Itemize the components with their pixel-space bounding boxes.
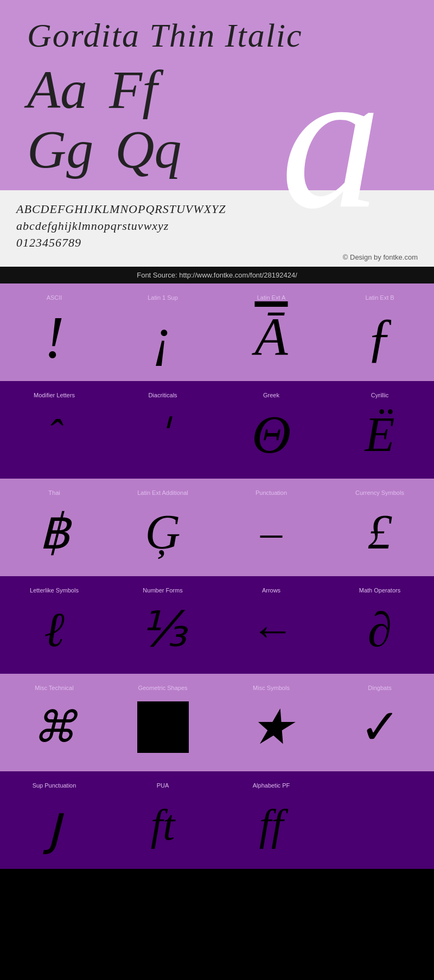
char-cell-greek: Greek Θ — [217, 381, 326, 479]
glyph-latinexta: Ā — [254, 306, 288, 368]
char-cell-misctech: Misc Technical ⌘ — [0, 674, 108, 771]
hero-section: Gordita Thin Italic Aa Ff Gg Qq a — [0, 0, 434, 190]
char-cell-latinextadd: Latin Ext Additional Ģ — [108, 479, 217, 576]
glyph-misctech: ⌘ — [33, 697, 76, 758]
letter-pair-gg: Gg — [27, 120, 93, 179]
char-label-numberforms: Number Forms — [143, 587, 182, 594]
char-cell-thai: Thai ฿ — [0, 479, 108, 576]
char-label-diacriticals: Diacriticals — [148, 392, 177, 398]
glyph-arrows: ← — [250, 599, 293, 660]
dark-section: Font Source: http://www.fontke.com/font/… — [0, 267, 434, 869]
glyph-diacriticals: ˈ — [157, 404, 169, 465]
glyph-alphapf: ff — [259, 794, 283, 855]
char-label-miscsym: Misc Symbols — [253, 685, 290, 691]
glyph-suppunct: ȷ — [47, 794, 62, 855]
char-row-1: ASCII ! Latin 1 Sup ¡ Latin Ext A Ā Lat… — [0, 283, 434, 381]
letter-pair-qq: Qq — [115, 120, 181, 179]
char-label-currency: Currency Symbols — [355, 489, 404, 496]
char-cell-cyrillic: Cyrillic Ё — [326, 381, 434, 479]
char-cell-alphapf: Alphabetic PF ff — [217, 771, 326, 869]
glyph-latin1sup: ¡ — [152, 306, 174, 368]
char-label-latinextb: Latin Ext B — [365, 294, 394, 301]
geo-square — [137, 701, 189, 753]
char-row-5: Misc Technical ⌘ Geometric Shapes Misc S… — [0, 674, 434, 771]
char-label-mathop: Math Operators — [359, 587, 400, 594]
hero-big-letter: a — [281, 49, 381, 228]
glyph-numberforms: ⅓ — [139, 599, 187, 660]
char-label-dingbats: Dingbats — [368, 685, 391, 691]
glyph-greek: Θ — [252, 404, 291, 465]
glyph-mathop: ∂ — [368, 599, 392, 660]
char-cell-currency: Currency Symbols £ — [326, 479, 434, 576]
char-label-latin1sup: Latin 1 Sup — [148, 294, 178, 301]
char-label-letterlike: Letterlike Symbols — [30, 587, 79, 594]
glyph-dingbats: ✓ — [360, 697, 400, 758]
char-cell-latinexta: Latin Ext A Ā — [217, 283, 326, 381]
letter-pair-ff: Ff — [109, 60, 157, 120]
char-label-thai: Thai — [48, 489, 60, 496]
glyph-thai: ฿ — [39, 501, 70, 563]
font-source: Font Source: http://www.fontke.com/font/… — [0, 267, 434, 283]
char-label-geoshapes: Geometric Shapes — [138, 685, 187, 691]
char-cell-latin1sup: Latin 1 Sup ¡ — [108, 283, 217, 381]
char-label-latinexta: Latin Ext A — [257, 294, 286, 301]
char-label-greek: Greek — [263, 392, 279, 398]
char-row-6: Sup Punctuation ȷ PUA ft Alphabetic PF f… — [0, 771, 434, 869]
char-label-suppunct: Sup Punctuation — [33, 782, 76, 789]
char-row-2: Modifier Letters ˆ Diacriticals ˈ Greek … — [0, 381, 434, 479]
char-cell-ascii: ASCII ! — [0, 283, 108, 381]
char-label-cyrillic: Cyrillic — [371, 392, 388, 398]
char-cell-latinextb: Latin Ext B ƒ — [326, 283, 434, 381]
char-label-latinextadd: Latin Ext Additional — [137, 489, 188, 496]
char-cell-diacriticals: Diacriticals ˈ — [108, 381, 217, 479]
char-cell-dingbats: Dingbats ✓ — [326, 674, 434, 771]
glyph-currency: £ — [368, 501, 392, 563]
char-cell-miscsym: Misc Symbols ★ — [217, 674, 326, 771]
char-cell-mathop: Math Operators ∂ — [326, 576, 434, 674]
glyph-ascii: ! — [44, 306, 65, 368]
char-cell-pua: PUA ft — [108, 771, 217, 869]
char-cell-modifier: Modifier Letters ˆ — [0, 381, 108, 479]
glyph-cyrillic: Ё — [365, 404, 395, 465]
glyph-geoshapes — [137, 697, 189, 758]
alphabet-digits: 0123456789 — [16, 235, 418, 252]
char-cell-letterlike: Letterlike Symbols ℓ — [0, 576, 108, 674]
glyph-modifier: ˆ — [47, 404, 62, 465]
letter-pair-aa: Aa — [27, 60, 87, 120]
char-label-modifier: Modifier Letters — [34, 392, 75, 398]
glyph-latinextadd: Ģ — [145, 501, 181, 563]
char-label-ascii: ASCII — [47, 294, 62, 301]
char-cell-punctuation: Punctuation – — [217, 479, 326, 576]
glyph-miscsym: ★ — [250, 697, 293, 758]
char-label-alphapf: Alphabetic PF — [253, 782, 290, 789]
char-cell-numberforms: Number Forms ⅓ — [108, 576, 217, 674]
char-label-pua: PUA — [157, 782, 169, 789]
glyph-pua: ft — [151, 794, 175, 855]
character-grid: ASCII ! Latin 1 Sup ¡ Latin Ext A Ā Lat… — [0, 283, 434, 869]
char-cell-suppunct: Sup Punctuation ȷ — [0, 771, 108, 869]
char-cell-empty — [326, 771, 434, 869]
char-cell-geoshapes: Geometric Shapes — [108, 674, 217, 771]
char-row-4: Letterlike Symbols ℓ Number Forms ⅓ Arro… — [0, 576, 434, 674]
char-label-arrows: Arrows — [262, 587, 280, 594]
design-credit: © Design by fontke.com — [16, 253, 418, 261]
char-label-punctuation: Punctuation — [256, 489, 287, 496]
char-cell-arrows: Arrows ← — [217, 576, 326, 674]
char-label-misctech: Misc Technical — [35, 685, 73, 691]
char-row-3: Thai ฿ Latin Ext Additional Ģ Punctuatio… — [0, 479, 434, 576]
glyph-letterlike: ℓ — [44, 599, 65, 660]
glyph-latinextb: ƒ — [366, 306, 393, 368]
glyph-punctuation: – — [260, 501, 282, 563]
